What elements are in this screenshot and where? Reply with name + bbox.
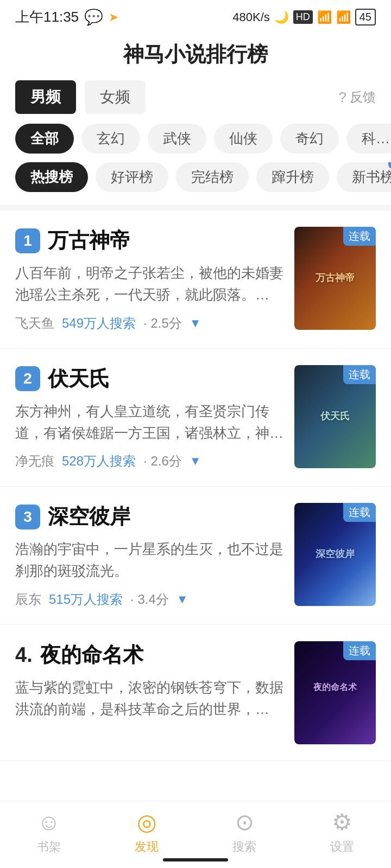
drop-icon-3: ▼ bbox=[176, 592, 188, 607]
gender-tab-row: 男频 女频 ? 反馈 bbox=[0, 80, 391, 114]
rank-badge-1: 1 bbox=[15, 228, 40, 253]
nav-item-shelf[interactable]: ☺ 书架 bbox=[37, 809, 61, 855]
book-cover-wrap-1: 万古神帝 连载 bbox=[294, 227, 376, 330]
nav-item-search[interactable]: ⊙ 搜索 bbox=[232, 809, 256, 855]
settings-label: 设置 bbox=[330, 839, 354, 855]
book-item[interactable]: 2 伏天氏 东方神州，有人皇立道统，有圣贤宗门传道，有诸侯雄踞一方王国，诸强林立… bbox=[0, 349, 391, 487]
svg-text:夜的命名术: 夜的命名术 bbox=[313, 682, 357, 692]
book-content-4: 4. 夜的命名术 蓝与紫的霓虹中，浓密的钢铁苍穹下，数据洪流的前端，是科技革命之… bbox=[15, 641, 283, 729]
book-item[interactable]: 3 深空彼岸 浩瀚的宇宙中，一片星系的生灭，也不过是刹那的斑驳流光。 辰东 51… bbox=[0, 487, 391, 625]
question-icon: ? bbox=[339, 89, 346, 106]
book-searches-1: 549万人搜索 bbox=[62, 315, 136, 332]
network-speed: 480K/s bbox=[232, 10, 270, 24]
bottom-nav: ☺ 书架 ◎ 发现 ⊙ 搜索 ⚙ 设置 bbox=[0, 801, 391, 868]
signal-icon: 📶 bbox=[317, 10, 332, 24]
book-author-2: 净无痕 bbox=[15, 452, 54, 470]
book-author-3: 辰东 bbox=[15, 591, 41, 608]
book-title-4: 夜的命名术 bbox=[40, 641, 143, 669]
search-icon: ⊙ bbox=[235, 809, 254, 835]
book-title-2: 伏天氏 bbox=[48, 365, 110, 393]
svg-text:深空彼岸: 深空彼岸 bbox=[316, 548, 355, 559]
drop-icon-2: ▼ bbox=[190, 454, 201, 468]
search-label: 搜索 bbox=[232, 839, 256, 855]
settings-icon: ⚙ bbox=[332, 809, 352, 835]
sort-newbook[interactable]: new 新书榜 bbox=[337, 162, 391, 192]
svg-text:万古神帝: 万古神帝 bbox=[315, 272, 355, 283]
book-meta-3: 辰东 515万人搜索 · 3.4分 ▼ bbox=[15, 591, 283, 608]
feedback-link[interactable]: ? 反馈 bbox=[339, 88, 376, 106]
book-item[interactable]: 4. 夜的命名术 蓝与紫的霓虹中，浓密的钢铁苍穹下，数据洪流的前端，是科技革命之… bbox=[0, 625, 391, 761]
book-title-3: 深空彼岸 bbox=[48, 503, 130, 531]
book-title-1: 万古神帝 bbox=[48, 227, 130, 254]
rank-badge-2: 2 bbox=[15, 366, 40, 391]
book-meta-2: 净无痕 528万人搜索 · 2.6分 ▼ bbox=[15, 452, 283, 470]
rank-badge-3: 3 bbox=[15, 505, 40, 529]
sort-hot[interactable]: 热搜榜 bbox=[15, 162, 88, 192]
book-desc-2: 东方神州，有人皇立道统，有圣贤宗门传道，有诸侯雄踞一方王国，诸强林立，神… bbox=[15, 400, 283, 444]
serial-badge-3: 连载 bbox=[343, 503, 376, 522]
category-row: 全部 玄幻 武侠 仙侠 奇幻 科… bbox=[0, 124, 391, 154]
sort-rising[interactable]: 蹿升榜 bbox=[256, 162, 329, 192]
rank-num-4: 4. bbox=[15, 643, 33, 667]
cat-xuanhuan[interactable]: 玄幻 bbox=[81, 124, 140, 154]
battery-icon: 45 bbox=[355, 9, 376, 25]
cat-qihuan[interactable]: 奇幻 bbox=[280, 124, 339, 154]
book-rating-3: · 3.4分 bbox=[130, 591, 169, 608]
book-title-row-2: 2 伏天氏 bbox=[15, 365, 283, 393]
section-divider bbox=[0, 205, 391, 210]
serial-badge-2: 连载 bbox=[343, 365, 376, 384]
book-desc-3: 浩瀚的宇宙中，一片星系的生灭，也不过是刹那的斑驳流光。 bbox=[15, 538, 283, 582]
book-content-2: 2 伏天氏 东方神州，有人皇立道统，有圣贤宗门传道，有诸侯雄踞一方王国，诸强林立… bbox=[15, 365, 283, 470]
book-title-row-1: 1 万古神帝 bbox=[15, 227, 283, 254]
book-content-3: 3 深空彼岸 浩瀚的宇宙中，一片星系的生灭，也不过是刹那的斑驳流光。 辰东 51… bbox=[15, 503, 283, 608]
book-author-1: 飞天鱼 bbox=[15, 315, 54, 332]
wifi-icon: 📶 bbox=[336, 10, 351, 24]
serial-badge-1: 连载 bbox=[343, 227, 376, 246]
nav-item-discover[interactable]: ◎ 发现 bbox=[135, 809, 159, 855]
shelf-icon: ☺ bbox=[37, 809, 61, 835]
cat-sci[interactable]: 科… bbox=[346, 124, 391, 154]
hd-badge: HD bbox=[293, 10, 313, 24]
book-searches-3: 515万人搜索 bbox=[49, 591, 123, 608]
sort-row: 热搜榜 好评榜 完结榜 蹿升榜 new 新书榜 new 勤… bbox=[0, 162, 391, 192]
book-list: 1 万古神帝 八百年前，明帝之子张若尘，被他的未婚妻池瑶公主杀死，一代天骄，就此… bbox=[0, 210, 391, 761]
book-desc-4: 蓝与紫的霓虹中，浓密的钢铁苍穹下，数据洪流的前端，是科技革命之后的世界，… bbox=[15, 676, 283, 720]
book-searches-2: 528万人搜索 bbox=[62, 452, 136, 470]
discover-label: 发现 bbox=[135, 839, 159, 855]
serial-badge-4: 连载 bbox=[343, 641, 376, 660]
book-item[interactable]: 1 万古神帝 八百年前，明帝之子张若尘，被他的未婚妻池瑶公主杀死，一代天骄，就此… bbox=[0, 210, 391, 349]
new-badge-newbook: new bbox=[388, 162, 391, 169]
book-cover-wrap-2: 伏天氏 连载 bbox=[294, 365, 376, 468]
svg-text:伏天氏: 伏天氏 bbox=[320, 411, 350, 422]
book-rating-1: · 2.5分 bbox=[143, 315, 182, 332]
cat-xianxia[interactable]: 仙侠 bbox=[214, 124, 273, 154]
cat-wuxia[interactable]: 武侠 bbox=[148, 124, 206, 154]
nav-item-settings[interactable]: ⚙ 设置 bbox=[330, 809, 354, 855]
page-title: 神马小说排行榜 bbox=[0, 31, 391, 80]
book-title-row-4: 4. 夜的命名术 bbox=[15, 641, 283, 669]
book-cover-wrap-4: 夜的命名术 连载 bbox=[294, 641, 376, 744]
moon-icon: 🌙 bbox=[274, 10, 289, 24]
book-title-row-3: 3 深空彼岸 bbox=[15, 503, 283, 531]
book-desc-1: 八百年前，明帝之子张若尘，被他的未婚妻池瑶公主杀死，一代天骄，就此陨落。… bbox=[15, 262, 283, 306]
tab-male[interactable]: 男频 bbox=[15, 80, 76, 114]
book-meta-1: 飞天鱼 549万人搜索 · 2.5分 ▼ bbox=[15, 315, 283, 332]
discover-icon: ◎ bbox=[137, 809, 157, 835]
wechat-icon: 💬 bbox=[84, 8, 103, 26]
book-content-1: 1 万古神帝 八百年前，明帝之子张若尘，被他的未婚妻池瑶公主杀死，一代天骄，就此… bbox=[15, 227, 283, 332]
book-cover-wrap-3: 深空彼岸 连载 bbox=[294, 503, 376, 606]
sort-complete[interactable]: 完结榜 bbox=[176, 162, 249, 192]
feedback-label: 反馈 bbox=[350, 88, 376, 106]
nav-indicator bbox=[163, 858, 228, 861]
status-time: 上午11:35 bbox=[15, 8, 79, 27]
status-right: 480K/s 🌙 HD 📶 📶 45 bbox=[232, 9, 376, 25]
shelf-label: 书架 bbox=[37, 839, 61, 855]
status-bar: 上午11:35 💬 ➤ 480K/s 🌙 HD 📶 📶 45 bbox=[0, 0, 391, 31]
battery-level: 45 bbox=[360, 11, 371, 23]
cat-all[interactable]: 全部 bbox=[15, 124, 74, 154]
tab-female[interactable]: 女频 bbox=[85, 80, 146, 114]
drop-icon-1: ▼ bbox=[190, 316, 201, 330]
status-left: 上午11:35 💬 ➤ bbox=[15, 8, 118, 27]
sort-good[interactable]: 好评榜 bbox=[96, 162, 168, 192]
book-rating-2: · 2.6分 bbox=[143, 452, 182, 470]
